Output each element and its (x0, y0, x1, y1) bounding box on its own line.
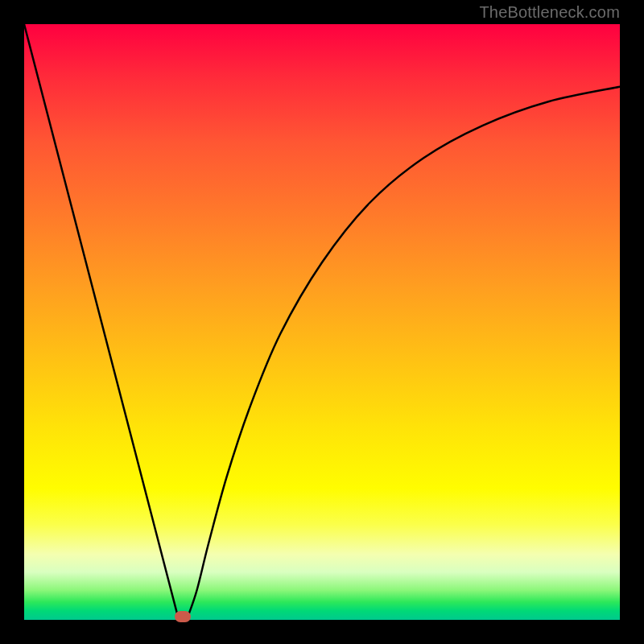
minimum-marker (175, 611, 191, 622)
watermark-text: TheBottleneck.com (479, 3, 620, 22)
left-line-segment (24, 24, 178, 617)
plot-area (24, 24, 620, 620)
curve-layer (24, 24, 620, 620)
right-curve-segment (188, 87, 621, 617)
chart-frame: TheBottleneck.com (0, 0, 644, 644)
